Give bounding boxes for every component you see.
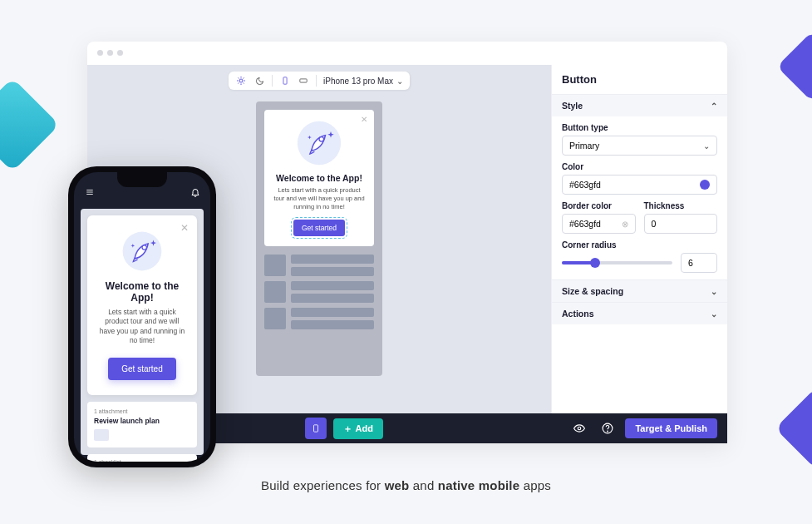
help-icon[interactable] xyxy=(597,418,618,439)
phone-task-card-2[interactable]: 1 checklist xyxy=(87,454,197,462)
canvas-device-preview: ✕ Welcome to the App! Lets start with a … xyxy=(256,101,382,376)
device-select[interactable]: iPhone 13 pro Max ⌄ xyxy=(323,77,403,86)
svg-line-7 xyxy=(239,83,239,84)
phone-task-title: Review launch plan xyxy=(94,417,190,425)
props-section-style-label: Style xyxy=(562,101,583,111)
border-color-input[interactable]: #663gfd ⊗ xyxy=(562,214,636,234)
color-input[interactable]: #663gfd xyxy=(562,175,717,195)
phone-card: ✕ Welcome to the App! Lets start with a … xyxy=(87,215,197,395)
svg-line-5 xyxy=(239,78,239,79)
caption-post: apps xyxy=(519,478,551,492)
close-icon[interactable]: ✕ xyxy=(361,115,367,124)
placeholder-block xyxy=(264,281,286,303)
color-label: Color xyxy=(562,162,717,171)
placeholder-block xyxy=(291,267,374,276)
svg-point-21 xyxy=(142,245,146,250)
phone-mockup: ✕ Welcome to the App! Lets start with a … xyxy=(68,166,216,467)
phone-card-subtitle: Lets start with a quick product tour and… xyxy=(97,308,187,346)
props-section-actions-label: Actions xyxy=(562,309,594,319)
svg-line-6 xyxy=(244,83,244,84)
phone-task-attachments: 1 attachment xyxy=(94,408,190,414)
corner-radius-label: Corner radius xyxy=(562,240,717,250)
caption-web: web xyxy=(385,478,410,492)
decorative-diamond-bottom-right xyxy=(775,388,812,470)
phone-card-title: Welcome to the App! xyxy=(97,280,187,304)
caption-native: native mobile xyxy=(438,478,519,492)
svg-rect-13 xyxy=(313,425,317,432)
svg-point-12 xyxy=(319,137,324,142)
placeholder-block xyxy=(291,308,374,317)
decorative-diamond-left xyxy=(0,77,60,171)
props-section-size-label: Size & spacing xyxy=(562,286,623,296)
preview-icon[interactable] xyxy=(568,418,590,439)
color-swatch xyxy=(700,180,710,190)
phone-portrait-icon[interactable] xyxy=(279,75,291,87)
corner-radius-slider[interactable] xyxy=(562,261,672,264)
svg-point-16 xyxy=(608,431,608,432)
corner-radius-value[interactable] xyxy=(688,258,710,268)
phone-task-card[interactable]: 1 attachment Review launch plan xyxy=(87,402,197,447)
svg-line-8 xyxy=(244,78,244,79)
rocket-icon xyxy=(296,120,342,166)
rocket-icon xyxy=(120,229,165,274)
phone-task-chip xyxy=(94,429,109,441)
props-section-actions[interactable]: Actions ⌄ xyxy=(552,302,727,324)
svg-point-0 xyxy=(239,79,243,82)
color-value: #663gfd xyxy=(569,180,601,190)
publish-button[interactable]: Target & Publish xyxy=(625,418,717,438)
svg-point-14 xyxy=(578,427,582,430)
placeholder-block xyxy=(291,281,374,290)
thickness-value[interactable] xyxy=(652,219,711,229)
device-name-label: iPhone 13 pro Max xyxy=(323,77,393,86)
button-type-value: Primary xyxy=(569,141,599,151)
placeholder-block xyxy=(264,308,286,329)
toolbar-separator xyxy=(316,75,317,87)
canvas-card-title: Welcome to the App! xyxy=(273,173,366,183)
plus-icon: ＋ xyxy=(343,423,352,435)
add-button-label: Add xyxy=(356,423,373,433)
close-icon[interactable]: ✕ xyxy=(180,222,189,234)
toolbar-separator xyxy=(272,75,273,87)
corner-radius-input[interactable] xyxy=(681,253,717,273)
thickness-label: Thickness xyxy=(644,201,718,210)
bell-icon[interactable] xyxy=(190,187,200,197)
device-toolbar: iPhone 13 pro Max ⌄ xyxy=(229,72,410,90)
chevron-down-icon: ⌄ xyxy=(703,141,710,151)
decorative-diamond-top-right xyxy=(777,32,812,102)
phone-task-checklist: 1 checklist xyxy=(94,459,190,462)
window-traffic-lights xyxy=(87,42,727,64)
phone-landscape-icon[interactable] xyxy=(298,75,309,87)
sun-icon[interactable] xyxy=(235,75,247,87)
border-color-value: #663gfd xyxy=(569,219,601,229)
canvas-card-cta-button[interactable]: Get started xyxy=(293,220,345,236)
clear-icon[interactable]: ⊗ xyxy=(622,220,628,229)
phone-content: ✕ Welcome to the App! Lets start with a … xyxy=(81,209,204,455)
moon-icon[interactable] xyxy=(253,75,265,87)
props-style-body: Button type Primary ⌄ Color #663gfd Bord… xyxy=(552,116,727,279)
device-icon[interactable] xyxy=(305,418,327,439)
thickness-input[interactable] xyxy=(644,214,718,234)
add-button[interactable]: ＋ Add xyxy=(333,418,383,439)
caption-pre: Build experiences for xyxy=(261,478,385,492)
menu-icon[interactable] xyxy=(84,188,96,196)
phone-screen: ✕ Welcome to the App! Lets start with a … xyxy=(74,172,210,462)
caption-mid: and xyxy=(409,478,437,492)
props-section-size[interactable]: Size & spacing ⌄ xyxy=(552,279,727,302)
canvas-placeholder-content xyxy=(264,255,374,329)
button-type-label: Button type xyxy=(562,123,717,132)
svg-rect-10 xyxy=(300,79,307,82)
placeholder-block xyxy=(291,255,374,264)
placeholder-block xyxy=(291,294,374,303)
chevron-down-icon: ⌄ xyxy=(711,309,717,319)
placeholder-block xyxy=(264,255,286,276)
svg-rect-9 xyxy=(283,77,287,84)
chevron-down-icon: ⌄ xyxy=(711,287,717,296)
button-type-select[interactable]: Primary ⌄ xyxy=(562,136,717,156)
properties-panel: Button Style ⌃ Button type Primary ⌄ Col… xyxy=(551,65,727,413)
border-color-label: Border color xyxy=(562,201,636,210)
phone-notch xyxy=(117,172,167,187)
phone-card-cta-button[interactable]: Get started xyxy=(108,358,175,380)
props-section-style[interactable]: Style ⌃ xyxy=(552,94,727,116)
chevron-down-icon: ⌄ xyxy=(396,77,403,86)
caption: Build experiences for web and native mob… xyxy=(0,478,812,492)
